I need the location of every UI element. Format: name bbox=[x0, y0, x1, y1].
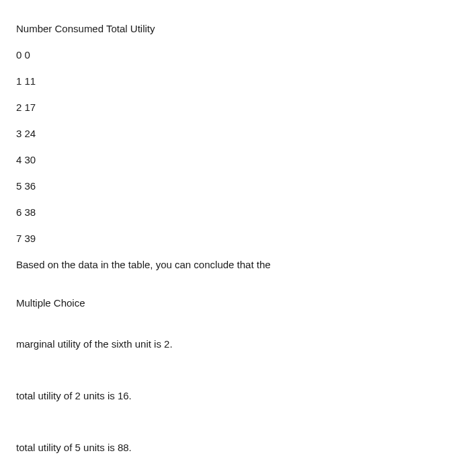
table-row: 2 17 bbox=[16, 100, 435, 114]
table-row: 7 39 bbox=[16, 231, 435, 245]
table-header: Number Consumed Total Utility bbox=[16, 22, 435, 36]
question-text: Based on the data in the table, you can … bbox=[16, 257, 435, 272]
answer-option[interactable]: total utility of 2 units is 16. bbox=[16, 389, 435, 403]
answer-option[interactable]: marginal utility of the sixth unit is 2. bbox=[16, 337, 435, 351]
table-row: 6 38 bbox=[16, 205, 435, 219]
multiple-choice-label: Multiple Choice bbox=[16, 296, 435, 310]
table-row: 4 30 bbox=[16, 153, 435, 167]
answer-option[interactable]: total utility of 5 units is 88. bbox=[16, 440, 435, 454]
table-row: 5 36 bbox=[16, 179, 435, 193]
table-row: 0 0 bbox=[16, 48, 435, 62]
table-row: 3 24 bbox=[16, 126, 435, 141]
table-row: 1 11 bbox=[16, 74, 435, 88]
